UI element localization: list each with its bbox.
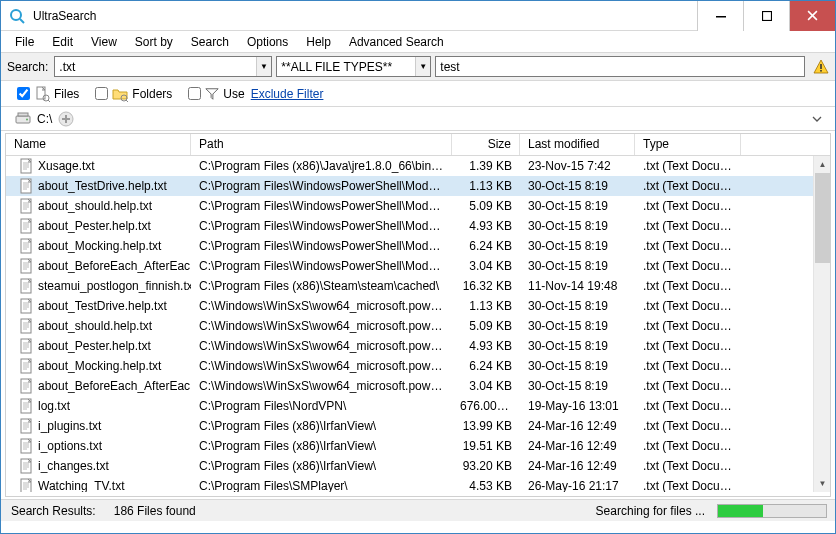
exclude-filter-link[interactable]: Exclude Filter: [251, 87, 324, 101]
scroll-up-button[interactable]: ▲: [814, 156, 830, 173]
file-name: i_options.txt: [38, 439, 102, 453]
column-path[interactable]: Path: [191, 134, 452, 155]
progress-bar: [717, 504, 827, 518]
text-file-icon: [20, 398, 34, 414]
cell-type: .txt (Text Docum...: [635, 239, 741, 253]
search-input[interactable]: [435, 56, 805, 77]
table-row[interactable]: about_BeforeEach_AfterEac...C:\Program F…: [6, 256, 830, 276]
cell-size: 16.32 KB: [452, 279, 520, 293]
table-row[interactable]: i_plugins.txtC:\Program Files (x86)\Irfa…: [6, 416, 830, 436]
table-row[interactable]: about_should.help.txtC:\Windows\WinSxS\w…: [6, 316, 830, 336]
chevron-down-icon[interactable]: ▼: [256, 57, 272, 76]
file-name: about_should.help.txt: [38, 199, 152, 213]
cell-path: C:\Windows\WinSxS\wow64_microsoft.powers…: [191, 299, 452, 313]
column-type[interactable]: Type: [635, 134, 741, 155]
file-name: about_should.help.txt: [38, 319, 152, 333]
files-checkbox-input[interactable]: [17, 87, 30, 100]
files-checkbox[interactable]: Files: [17, 86, 79, 102]
cell-name: about_should.help.txt: [6, 198, 191, 214]
drive-expand-button[interactable]: [807, 111, 827, 127]
menu-options[interactable]: Options: [239, 33, 296, 51]
table-row[interactable]: about_Pester.help.txtC:\Windows\WinSxS\w…: [6, 336, 830, 356]
cell-modified: 30-Oct-15 8:19: [520, 199, 635, 213]
cell-modified: 23-Nov-15 7:42: [520, 159, 635, 173]
use-filter-checkbox-input[interactable]: [188, 87, 201, 100]
table-row[interactable]: i_changes.txtC:\Program Files (x86)\Irfa…: [6, 456, 830, 476]
table-row[interactable]: Xusage.txtC:\Program Files (x86)\Java\jr…: [6, 156, 830, 176]
close-button[interactable]: [789, 1, 835, 31]
extension-combo[interactable]: ▼: [54, 56, 272, 77]
chevron-down-icon[interactable]: ▼: [415, 57, 430, 76]
extension-input[interactable]: [55, 60, 255, 74]
cell-name: about_BeforeEach_AfterEac...: [6, 378, 191, 394]
cell-path: C:\Program Files (x86)\IrfanView\: [191, 459, 452, 473]
cell-type: .txt (Text Docum...: [635, 279, 741, 293]
menu-advanced-search[interactable]: Advanced Search: [341, 33, 452, 51]
maximize-button[interactable]: [743, 1, 789, 31]
svg-line-11: [48, 100, 50, 102]
cell-name: about_BeforeEach_AfterEac...: [6, 258, 191, 274]
cell-path: C:\Program Files\SMPlayer\: [191, 479, 452, 492]
table-row[interactable]: i_options.txtC:\Program Files (x86)\Irfa…: [6, 436, 830, 456]
scroll-thumb[interactable]: [815, 173, 830, 263]
table-row[interactable]: steamui_postlogon_finnish.txtC:\Program …: [6, 276, 830, 296]
filter-bar: Files Folders Use Exclude Filter: [1, 81, 835, 107]
cell-name: about_Mocking.help.txt: [6, 238, 191, 254]
text-file-icon: [20, 338, 34, 354]
svg-rect-3: [762, 11, 771, 20]
menu-edit[interactable]: Edit: [44, 33, 81, 51]
text-file-icon: [20, 198, 34, 214]
table-row[interactable]: about_TestDrive.help.txtC:\Windows\WinSx…: [6, 296, 830, 316]
folders-checkbox[interactable]: Folders: [95, 86, 172, 102]
cell-path: C:\Windows\WinSxS\wow64_microsoft.powers…: [191, 379, 452, 393]
cell-modified: 30-Oct-15 8:19: [520, 259, 635, 273]
table-row[interactable]: about_Mocking.help.txtC:\Windows\WinSxS\…: [6, 356, 830, 376]
menu-search[interactable]: Search: [183, 33, 237, 51]
text-file-icon: [20, 318, 34, 334]
text-file-icon: [20, 258, 34, 274]
cell-name: i_plugins.txt: [6, 418, 191, 434]
cell-size: 4.53 KB: [452, 479, 520, 492]
cell-type: .txt (Text Docum...: [635, 159, 741, 173]
scroll-down-button[interactable]: ▼: [814, 475, 830, 492]
status-activity: Searching for files ...: [590, 504, 711, 518]
table-row[interactable]: log.txtC:\Program Files\NordVPN\676.00 K…: [6, 396, 830, 416]
add-location-button[interactable]: [58, 111, 74, 127]
cell-name: about_Pester.help.txt: [6, 338, 191, 354]
column-name[interactable]: Name: [6, 134, 191, 155]
drive-label[interactable]: C:\: [37, 112, 52, 126]
minimize-button[interactable]: [697, 1, 743, 31]
status-results-count: 186 Files found: [108, 504, 202, 518]
cell-modified: 24-Mar-16 12:49: [520, 459, 635, 473]
folders-checkbox-input[interactable]: [95, 87, 108, 100]
menu-sort-by[interactable]: Sort by: [127, 33, 181, 51]
table-row[interactable]: about_Pester.help.txtC:\Program Files\Wi…: [6, 216, 830, 236]
svg-line-1: [20, 19, 24, 23]
cell-size: 5.09 KB: [452, 319, 520, 333]
cell-name: steamui_postlogon_finnish.txt: [6, 278, 191, 294]
table-row[interactable]: about_BeforeEach_AfterEac...C:\Windows\W…: [6, 376, 830, 396]
cell-size: 6.24 KB: [452, 239, 520, 253]
table-row[interactable]: about_Mocking.help.txtC:\Program Files\W…: [6, 236, 830, 256]
column-size[interactable]: Size: [452, 134, 520, 155]
table-row[interactable]: Watching_TV.txtC:\Program Files\SMPlayer…: [6, 476, 830, 492]
filetype-combo[interactable]: ▼: [276, 56, 431, 77]
svg-rect-17: [18, 113, 28, 116]
table-row[interactable]: about_should.help.txtC:\Program Files\Wi…: [6, 196, 830, 216]
cell-size: 6.24 KB: [452, 359, 520, 373]
scrollbar[interactable]: ▲ ▼: [813, 156, 830, 492]
menu-file[interactable]: File: [7, 33, 42, 51]
filetype-input[interactable]: [277, 60, 415, 74]
column-modified[interactable]: Last modified: [520, 134, 635, 155]
status-bar: Search Results: 186 Files found Searchin…: [1, 499, 835, 521]
use-filter-checkbox[interactable]: Use: [188, 87, 244, 101]
menu-view[interactable]: View: [83, 33, 125, 51]
table-row[interactable]: about_TestDrive.help.txtC:\Program Files…: [6, 176, 830, 196]
column-extra[interactable]: [741, 134, 830, 155]
cell-type: .txt (Text Docum...: [635, 439, 741, 453]
drive-icon: [15, 112, 31, 126]
cell-type: .txt (Text Docum...: [635, 479, 741, 492]
cell-path: C:\Program Files\NordVPN\: [191, 399, 452, 413]
menu-help[interactable]: Help: [298, 33, 339, 51]
svg-rect-7: [820, 64, 822, 69]
